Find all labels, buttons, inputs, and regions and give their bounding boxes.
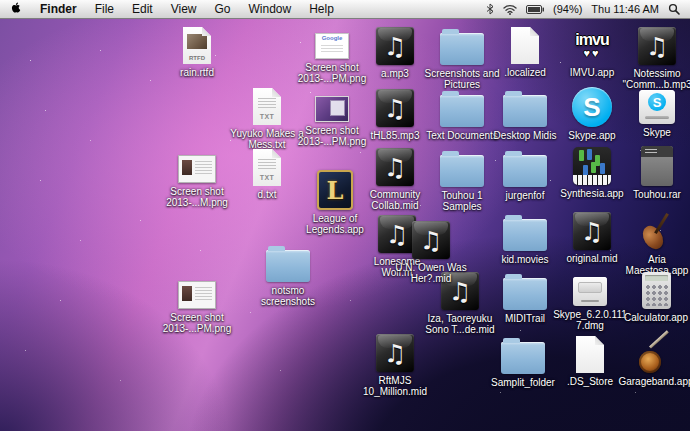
league-icon [317,170,353,210]
folder-icon [440,95,484,127]
icon-label: IMVU.app [570,67,614,78]
dmg-icon [573,277,607,306]
icon-label: jurgenfof [506,190,545,201]
skype-dmg-icon [639,90,675,124]
icon-label: .localized [504,67,546,78]
icon-label: tHL85.mp3 [371,130,420,141]
menu-item-window[interactable]: Window [240,0,301,18]
guitar-icon [637,333,675,373]
menu-items: FinderFileEditViewGoWindowHelp [31,0,343,18]
icon-label: MIDITrail [505,313,545,324]
icon-label: rain.rtfd [180,67,214,78]
menu-item-file[interactable]: File [86,0,123,18]
png-google-icon [315,33,349,59]
icon-label: kid.movies [501,254,548,265]
icon-label: Touhou.rar [633,189,681,200]
desktop-icon-touhou-rar[interactable]: Touhou.rar [613,146,690,200]
icon-label: a.mp3 [381,68,409,79]
folder-icon [503,278,547,310]
desktop-icon-skype[interactable]: Skype [613,88,690,138]
apple-icon [10,1,22,17]
folder-icon [501,342,545,374]
txt-icon [253,149,281,186]
rtfd-icon [183,27,211,64]
png-window-icon [178,155,216,183]
menu-item-view[interactable]: View [162,0,206,18]
desktop-icon-garageband-app[interactable]: Garageband.app [612,333,690,387]
desktop-icon-rftmjs-10-million-mid[interactable]: RftMJS 10_Million.mid [351,334,439,397]
desktop-icon-u-n-owen-was-her-mid[interactable]: U.N. Owen Was Her?.mid [387,221,475,284]
desktop-icon-notsmo-screenshots[interactable]: notsmo screenshots [244,244,332,307]
png-desktop-icon [315,96,349,122]
audio-icon [376,334,414,372]
desktop-icon-rain-rtfd[interactable]: rain.rtfd [153,27,241,78]
audio-icon [638,27,676,65]
calculator-icon [642,272,671,309]
desktop-screen: FinderFileEditViewGoWindowHelp (94%) Thu… [0,0,690,431]
imvu-icon [568,26,616,64]
folder-icon [503,219,547,251]
txt-icon [253,88,281,125]
icon-label: Touhou 1 Samples [441,190,482,212]
desktop-icon-aria-maestosa-app[interactable]: Aria Maestosa.app [613,211,690,276]
icon-label: .DS_Store [567,376,613,387]
icon-label: RftMJS 10_Million.mid [363,375,427,397]
audio-icon [573,212,611,250]
icon-label: Screen shot 2013-...M.png [166,186,228,208]
audio-icon [412,221,450,259]
icon-label: Screen shot 2013-...PM.png [163,312,231,334]
audio-icon [376,89,414,127]
icon-label: Calculator.app [624,312,688,323]
desktop-icon-calculator-app[interactable]: Calculator.app [612,272,690,323]
icon-label: U.N. Owen Was Her?.mid [395,262,466,284]
battery-icon[interactable] [526,5,544,14]
synthesia-icon [573,147,611,185]
icon-label: Skype [643,127,671,138]
icon-label: original.mid [566,253,617,264]
icon-label: Garageband.app [618,376,690,387]
icon-label: Desktop Midis [494,130,557,141]
audio-icon [376,27,414,65]
folder-icon [440,155,484,187]
skype-icon [572,87,612,127]
bluetooth-icon[interactable] [486,3,494,15]
menu-item-go[interactable]: Go [206,0,240,18]
folder-icon [503,155,547,187]
desktop-icon-screen-shot-2013-pm-png[interactable]: Screen shot 2013-...PM.png [153,274,241,334]
menu-item-finder[interactable]: Finder [31,0,86,18]
blank-icon [511,27,539,64]
folder-icon [503,95,547,127]
icon-label: notsmo screenshots [261,285,315,307]
audio-icon [376,148,414,186]
icon-label: Community Collab.mid [370,189,421,211]
apple-menu[interactable] [0,0,31,18]
battery-percent: (94%) [553,3,582,15]
violin-icon [639,211,675,251]
wifi-icon[interactable] [503,4,517,15]
spotlight-search-icon[interactable] [668,3,680,15]
menu-bar: FinderFileEditViewGoWindowHelp (94%) Thu… [0,0,690,19]
folder-icon [440,33,484,65]
folder-icon [266,250,310,282]
menu-item-help[interactable]: Help [300,0,343,18]
icon-label: d.txt [258,189,277,200]
menu-bar-status: (94%) Thu 11:46 AM [486,3,690,15]
icon-label: Skype.app [568,130,615,141]
desktop-icon-notessimo-comm-b-mp3[interactable]: Notessimo "Comm...b.mp3 [613,27,690,90]
blank-icon [576,336,604,373]
menu-item-edit[interactable]: Edit [123,0,162,18]
rar-icon [641,146,673,186]
menu-clock[interactable]: Thu 11:46 AM [591,3,659,15]
png-window-icon [178,281,216,309]
